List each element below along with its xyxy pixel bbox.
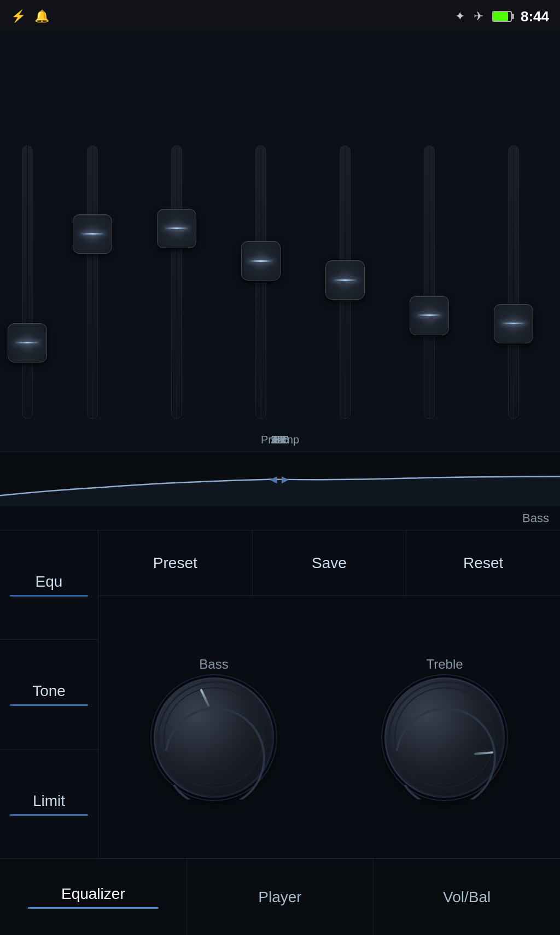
treble-knob[interactable]	[384, 677, 505, 798]
nav-equalizer-underline	[28, 907, 158, 909]
bass-knob-label: Bass	[199, 657, 228, 672]
preamp-column: Preamp	[5, 49, 49, 446]
nav-player-label: Player	[258, 889, 301, 906]
sidebar-tone-label: Tone	[32, 682, 66, 700]
knobs-section: Bass Treble	[98, 596, 560, 858]
preamp-thumb[interactable]	[8, 323, 47, 363]
notification-icon: 🔔	[34, 9, 49, 24]
save-label: Save	[312, 554, 347, 572]
sidebar-tone-underline	[10, 704, 88, 706]
status-bar: ⚡ 🔔 ✦ ✈ 8:44	[0, 0, 560, 33]
status-time: 8:44	[521, 8, 549, 25]
slider-track-250[interactable]	[340, 145, 351, 419]
slider-thumb-250[interactable]	[325, 260, 365, 300]
slider-thumb-500[interactable]	[410, 296, 449, 335]
save-button[interactable]: Save	[253, 530, 407, 595]
freq-response: ◄►	[0, 452, 560, 506]
airplane-icon: ✈	[474, 9, 483, 24]
bass-label-bar: Bass	[0, 506, 560, 530]
slider-track-500[interactable]	[424, 145, 435, 419]
slider-col-250: 250	[304, 49, 386, 446]
slider-label-1k: 1K	[273, 434, 287, 446]
slider-track-125[interactable]	[255, 145, 266, 419]
nav-player[interactable]: Player	[187, 859, 374, 935]
preset-button[interactable]: Preset	[98, 530, 253, 595]
nav-equalizer-label: Equalizer	[61, 885, 125, 903]
slider-col-125: 125	[220, 49, 302, 446]
usb-icon: ⚡	[11, 9, 26, 24]
sidebar-limit-underline	[10, 814, 88, 816]
battery-icon	[492, 11, 512, 22]
slider-track-1k[interactable]	[508, 145, 519, 419]
slider-col-31: 31	[51, 49, 133, 446]
bass-knob-container: Bass	[98, 596, 329, 858]
scroll-indicator: ◄►	[267, 472, 291, 487]
nav-volbal-label: Vol/Bal	[443, 889, 491, 906]
slider-col-1k: 1K	[472, 49, 555, 446]
sidebar-tab-limit[interactable]: Limit	[0, 750, 98, 858]
slider-thumb-31[interactable]	[73, 214, 112, 254]
slider-thumb-62[interactable]	[157, 209, 196, 248]
svg-point-1	[389, 682, 504, 797]
slider-thumb-125[interactable]	[241, 241, 281, 280]
right-content: Preset Save Reset Bass	[98, 530, 560, 858]
sidebar-limit-label: Limit	[33, 792, 65, 810]
bass-knob-arc	[155, 679, 276, 799]
status-left-icons: ⚡ 🔔	[11, 9, 49, 24]
treble-knob-container: Treble	[329, 596, 560, 858]
nav-volbal[interactable]: Vol/Bal	[374, 859, 560, 935]
status-right-icons: ✦ ✈ 8:44	[455, 8, 549, 25]
slider-col-500: 500	[388, 49, 470, 446]
sidebar-tab-tone[interactable]: Tone	[0, 640, 98, 749]
bluetooth-icon: ✦	[455, 9, 465, 24]
eq-section: Preamp 31 62 125 250	[0, 33, 560, 530]
slider-thumb-1k[interactable]	[494, 304, 533, 343]
treble-knob-label: Treble	[426, 657, 463, 672]
slider-track-62[interactable]	[171, 145, 182, 419]
reset-label: Reset	[463, 554, 503, 572]
top-buttons-row: Preset Save Reset	[98, 530, 560, 596]
controls-area: Equ Tone Limit Preset Save	[0, 530, 560, 858]
svg-point-0	[158, 682, 273, 797]
sidebar-equ-label: Equ	[36, 573, 63, 591]
left-sidebar: Equ Tone Limit	[0, 530, 98, 858]
preamp-track[interactable]	[22, 145, 33, 419]
reset-button[interactable]: Reset	[406, 530, 560, 595]
sliders-area: Preamp 31 62 125 250	[0, 33, 560, 452]
preset-label: Preset	[153, 554, 197, 572]
middle-area: Equ Tone Limit Preset Save	[0, 530, 560, 858]
bass-label: Bass	[522, 511, 549, 525]
sidebar-equ-underline	[10, 595, 88, 597]
slider-track-31[interactable]	[87, 145, 98, 419]
treble-knob-arc	[386, 679, 506, 799]
bass-knob[interactable]	[154, 677, 274, 798]
slider-col-62: 62	[136, 49, 218, 446]
nav-equalizer[interactable]: Equalizer	[0, 859, 187, 935]
sidebar-tab-equ[interactable]: Equ	[0, 530, 98, 640]
bottom-nav: Equalizer Player Vol/Bal	[0, 858, 560, 935]
